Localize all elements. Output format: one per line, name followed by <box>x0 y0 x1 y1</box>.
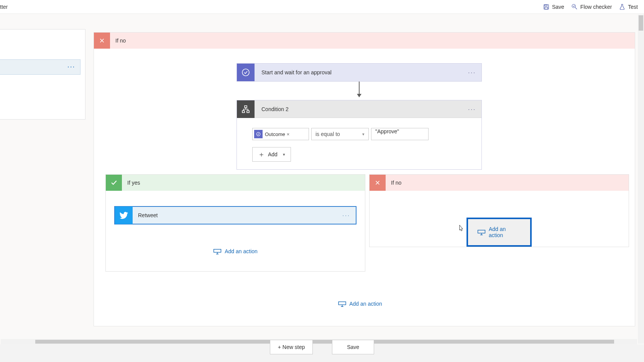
svg-rect-11 <box>338 302 346 305</box>
outer-if-no-branch: If no Start and wait for an approval ···… <box>94 32 635 326</box>
if-no-branch: If no Add an action <box>369 174 629 247</box>
svg-rect-1 <box>545 5 547 6</box>
flow-checker-label: Flow checker <box>580 4 612 10</box>
condition-left-operand[interactable]: Outcome × <box>252 128 309 140</box>
test-label: Test <box>628 4 638 10</box>
add-label: Add <box>268 151 278 157</box>
main-add-action-button[interactable]: Add an action <box>338 301 382 307</box>
outer-branch-label: If no <box>110 38 126 44</box>
vertical-scrollbar[interactable] <box>638 15 644 344</box>
if-no-add-action-button[interactable]: Add an action <box>467 218 532 247</box>
if-no-label: If no <box>386 180 401 186</box>
svg-point-3 <box>572 4 575 8</box>
condition-card[interactable]: Condition 2 ··· Outcome × <box>237 100 482 170</box>
previous-action-card[interactable]: ··· <box>0 59 80 75</box>
outer-branch-header[interactable]: If no <box>94 33 635 49</box>
flow-checker-icon <box>571 3 578 10</box>
svg-rect-7 <box>247 111 249 113</box>
save-icon <box>543 3 550 10</box>
svg-rect-6 <box>242 111 245 113</box>
designer-canvas[interactable]: ··· If no Start and wait for an approval… <box>0 14 644 344</box>
if-yes-add-action-button[interactable]: Add an action <box>114 248 356 254</box>
new-step-button[interactable]: + New step <box>270 340 313 354</box>
test-icon <box>619 3 626 10</box>
condition-title: Condition 2 <box>255 106 468 112</box>
if-yes-header[interactable]: If yes <box>106 175 365 191</box>
retweet-menu-button[interactable]: ··· <box>342 212 356 218</box>
approval-action-card[interactable]: Start and wait for an approval ··· <box>237 63 482 82</box>
top-toolbar: tter Save Flow checker Test <box>0 0 644 14</box>
condition-menu-button[interactable]: ··· <box>468 106 481 112</box>
new-step-label: + New step <box>278 344 305 350</box>
toolbar-actions: Save Flow checker Test <box>543 3 638 10</box>
approval-token-icon <box>254 130 263 138</box>
token-remove-button[interactable]: × <box>287 131 290 137</box>
svg-rect-5 <box>245 106 247 108</box>
add-action-label: Add an action <box>489 226 521 238</box>
main-add-action-label: Add an action <box>349 301 382 307</box>
twitter-icon <box>115 206 133 224</box>
flow-arrow-icon <box>359 82 360 97</box>
previous-branch-partial: ··· <box>0 29 85 120</box>
approval-title: Start and wait for an approval <box>255 69 468 75</box>
chevron-down-icon: ▾ <box>283 152 285 157</box>
retweet-action-card[interactable]: Retweet ··· <box>114 206 356 224</box>
if-yes-label: If yes <box>122 180 140 186</box>
add-action-icon <box>338 301 345 307</box>
footer-save-label: Save <box>347 344 359 350</box>
save-button[interactable]: Save <box>543 3 564 10</box>
close-icon <box>370 175 386 191</box>
operator-label: is equal to <box>315 131 340 137</box>
condition-operator-select[interactable]: is equal to ▾ <box>311 128 369 140</box>
add-action-label: Add an action <box>225 248 258 254</box>
test-button[interactable]: Test <box>619 3 638 10</box>
approval-menu-button[interactable]: ··· <box>468 69 481 75</box>
condition-value-input[interactable]: "Approve" <box>371 128 429 140</box>
ellipsis-icon[interactable]: ··· <box>67 64 76 70</box>
svg-rect-9 <box>214 249 221 252</box>
footer-bar: + New step Save <box>0 337 644 357</box>
if-yes-branch: If yes Retweet ··· Add an action <box>105 174 365 272</box>
condition-icon <box>237 100 255 118</box>
breadcrumb-tail: tter <box>0 4 8 10</box>
chevron-down-icon: ▾ <box>362 132 365 137</box>
svg-rect-2 <box>545 7 548 9</box>
add-action-icon <box>213 248 221 254</box>
add-action-icon <box>477 229 485 235</box>
token-label: Outcome <box>265 131 285 137</box>
footer-save-button[interactable]: Save <box>332 340 374 354</box>
approval-icon <box>237 64 255 81</box>
retweet-title: Retweet <box>133 212 342 218</box>
outcome-token[interactable]: Outcome × <box>254 129 292 139</box>
condition-add-button[interactable]: ＋ Add ▾ <box>252 147 291 162</box>
condition-row: Outcome × is equal to ▾ "Approve" <box>252 128 466 140</box>
close-icon <box>94 33 110 49</box>
plus-icon: ＋ <box>258 150 265 159</box>
if-no-header[interactable]: If no <box>370 175 629 191</box>
check-icon <box>106 175 122 191</box>
save-label: Save <box>552 4 564 10</box>
svg-point-4 <box>242 69 249 76</box>
flow-checker-button[interactable]: Flow checker <box>571 3 612 10</box>
condition-body: Outcome × is equal to ▾ "Approve" ＋ Add … <box>237 118 481 169</box>
svg-rect-10 <box>478 230 485 233</box>
